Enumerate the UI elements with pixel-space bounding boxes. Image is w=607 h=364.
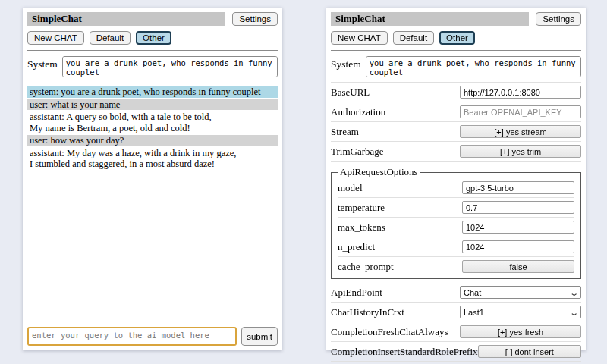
cache-prompt-label: cache_prompt <box>338 261 394 273</box>
new-chat-button[interactable]: New CHAT <box>331 31 388 45</box>
setting-row-temperature: temperature <box>338 198 574 218</box>
max-tokens-label: max_tokens <box>338 221 385 234</box>
system-prompt-row: System you are a drunk poet, who respond… <box>27 56 278 77</box>
chat-message-assistant: assistant: A query so bold, with a tale … <box>27 111 278 133</box>
query-divider <box>27 322 278 322</box>
query-bar: submit <box>27 327 278 346</box>
completion-insert-role-prefix-toggle-button[interactable]: [-] dont insert <box>478 345 581 358</box>
session-other-button[interactable]: Other <box>136 31 171 45</box>
chat-message-user: user: what is your name <box>27 99 278 111</box>
setting-row-chat-history-in-ctxt: ChatHistoryInCtxt Last1 ⌄ <box>331 303 581 322</box>
model-label: model <box>338 182 363 194</box>
chevron-down-icon: ⌄ <box>569 309 579 315</box>
page: SimpleChat Settings New CHAT Default Oth… <box>0 0 607 350</box>
header-divider <box>27 50 278 51</box>
new-chat-button[interactable]: New CHAT <box>27 31 84 45</box>
system-label: System <box>331 56 361 77</box>
chevron-down-icon: ⌄ <box>569 290 579 296</box>
system-label: System <box>27 56 58 77</box>
setting-row-cache-prompt: cache_prompt false <box>338 257 574 276</box>
settings-button[interactable]: Settings <box>536 12 581 26</box>
chat-message-list: system: you are a drunk poet, who respon… <box>27 86 278 171</box>
temperature-input[interactable] <box>462 201 574 214</box>
baseurl-input[interactable] <box>460 86 581 99</box>
query-input[interactable] <box>27 327 237 346</box>
temperature-label: temperature <box>338 202 385 214</box>
n-predict-label: n_predict <box>338 241 375 253</box>
completion-fresh-chat-always-label: CompletionFreshChatAlways <box>331 326 448 338</box>
settings-list: BaseURL Authorization Stream [+] yes str… <box>331 82 581 362</box>
session-default-button[interactable]: Default <box>393 31 434 45</box>
api-endpoint-selected-value: Chat <box>464 288 481 297</box>
cache-prompt-toggle-button[interactable]: false <box>462 260 574 273</box>
authorization-input[interactable] <box>460 105 581 118</box>
stream-toggle-button[interactable]: [+] yes stream <box>460 125 581 138</box>
api-request-options-fieldset: ApiRequestOptions model temperature max_… <box>331 166 581 279</box>
setting-row-baseurl: BaseURL <box>331 83 581 102</box>
system-prompt-input[interactable]: you are a drunk poet, who responds in fu… <box>366 56 581 77</box>
stream-label: Stream <box>331 126 359 138</box>
setting-row-stream: Stream [+] yes stream <box>331 122 581 142</box>
chat-history-in-ctxt-select[interactable]: Last1 ⌄ <box>460 306 581 318</box>
trimgarbage-label: TrimGarbage <box>331 146 384 158</box>
baseurl-label: BaseURL <box>331 86 370 99</box>
session-toolbar: New CHAT Default Other <box>27 31 278 45</box>
chat-panel-header: SimpleChat Settings <box>27 12 278 26</box>
setting-row-completion-fresh-chat-always: CompletionFreshChatAlways [+] yes fresh <box>331 322 581 342</box>
settings-panel: SimpleChat Settings New CHAT Default Oth… <box>326 8 586 350</box>
chat-history-in-ctxt-label: ChatHistoryInCtxt <box>331 306 404 318</box>
chat-history-selected-value: Last1 <box>464 308 484 317</box>
submit-button[interactable]: submit <box>241 327 278 346</box>
chat-message-assistant: assistant: My day was a haze, with a dri… <box>27 148 278 170</box>
model-input[interactable] <box>462 181 574 194</box>
spacer <box>27 171 278 317</box>
settings-button[interactable]: Settings <box>232 12 278 26</box>
app-title: SimpleChat <box>27 12 225 26</box>
system-prompt-row: System you are a drunk poet, who respond… <box>331 56 581 77</box>
trimgarbage-toggle-button[interactable]: [+] yes trim <box>460 145 581 158</box>
session-default-button[interactable]: Default <box>90 31 131 45</box>
setting-row-api-endpoint: ApiEndPoint Chat ⌄ <box>331 283 581 303</box>
setting-row-n-predict: n_predict <box>338 237 574 257</box>
setting-row-authorization: Authorization <box>331 102 581 122</box>
chat-panel: SimpleChat Settings New CHAT Default Oth… <box>23 8 282 350</box>
session-toolbar: New CHAT Default Other <box>331 31 581 45</box>
api-endpoint-label: ApiEndPoint <box>331 287 382 299</box>
session-other-button[interactable]: Other <box>439 31 475 45</box>
completion-insert-standard-role-prefix-label: CompletionInsertStandardRolePrefix <box>331 346 478 358</box>
authorization-label: Authorization <box>331 106 385 118</box>
api-endpoint-select[interactable]: Chat ⌄ <box>460 286 581 299</box>
setting-row-model: model <box>338 178 574 198</box>
system-prompt-input[interactable]: you are a drunk poet, who responds in fu… <box>62 56 278 77</box>
n-predict-input[interactable] <box>462 240 574 253</box>
settings-panel-header: SimpleChat Settings <box>331 12 581 26</box>
chat-message-system: system: you are a drunk poet, who respon… <box>27 86 278 98</box>
setting-row-completion-insert-standard-role-prefix: CompletionInsertStandardRolePrefix [-] d… <box>331 342 581 362</box>
chat-message-user: user: how was your day? <box>27 135 278 146</box>
max-tokens-input[interactable] <box>462 221 574 234</box>
completion-fresh-chat-toggle-button[interactable]: [+] yes fresh <box>460 325 581 338</box>
app-title: SimpleChat <box>331 12 529 26</box>
api-request-options-legend: ApiRequestOptions <box>338 166 420 178</box>
setting-row-max-tokens: max_tokens <box>338 218 574 237</box>
header-divider <box>331 50 581 51</box>
setting-row-trimgarbage: TrimGarbage [+] yes trim <box>331 142 581 162</box>
